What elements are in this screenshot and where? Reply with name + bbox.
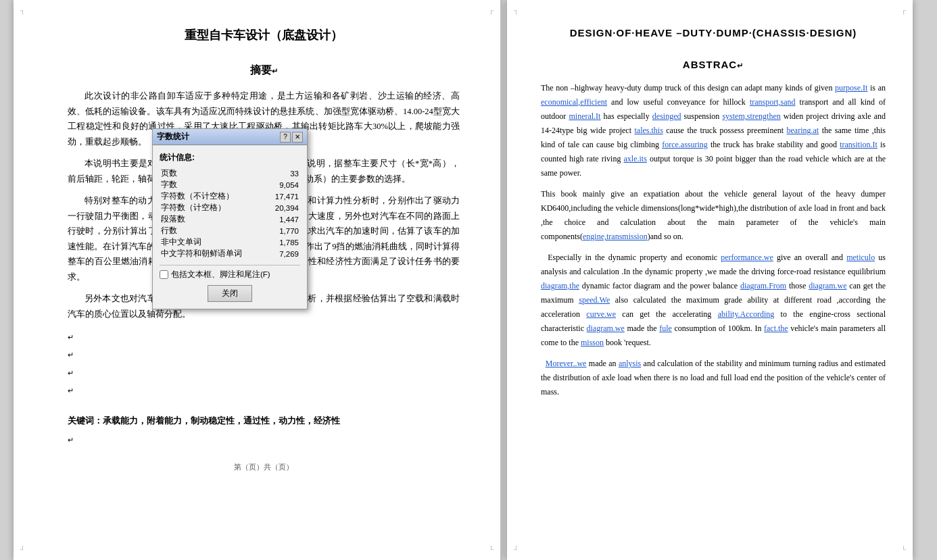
blank-after-keywords: ↵ xyxy=(68,431,460,449)
link-meticulo: meticulo xyxy=(846,253,875,262)
stats-label: 行数 xyxy=(160,225,266,236)
include-footnotes-label: 包括文本框、脚注和尾注(F) xyxy=(171,270,270,280)
link-economical: economical,efficient xyxy=(541,97,607,107)
dialog-titlebar: 字数统计 ? ✕ xyxy=(153,129,307,145)
link-curve-we: curve.we xyxy=(586,309,616,319)
stats-value: 20,394 xyxy=(266,202,300,213)
stats-label: 页数 xyxy=(160,168,266,179)
link-anlysis: anlysis xyxy=(619,359,641,368)
link-force-assuring: force.assuring xyxy=(662,140,708,149)
link-axle-its: axle.its xyxy=(624,154,647,163)
stats-value: 33 xyxy=(266,168,300,179)
corner-mark-bl: ┘ xyxy=(20,546,25,553)
dialog-help-button[interactable]: ? xyxy=(280,132,291,143)
zh-section-title: 摘要↵ xyxy=(68,63,460,78)
link-ability-according: ability.According xyxy=(718,309,775,319)
stats-row: 字符数（计空格）20,394 xyxy=(160,202,300,213)
link-diagram-we2: diagram.we xyxy=(587,324,625,333)
stats-value: 1,785 xyxy=(266,236,300,248)
link-diagram-the: diagram,the xyxy=(541,281,579,290)
stats-label: 字数 xyxy=(160,179,266,190)
include-footnotes-checkbox[interactable] xyxy=(160,270,168,279)
page-divider xyxy=(500,0,502,560)
stats-value: 7,269 xyxy=(266,248,300,259)
stats-value: 1,770 xyxy=(266,225,300,236)
stats-label: 字符数（不计空格） xyxy=(160,190,266,202)
stats-label: 非中文单词 xyxy=(160,236,266,248)
corner-mark-tl: ┐ xyxy=(20,7,25,14)
stats-label: 段落数 xyxy=(160,213,266,225)
corner-mark-br: └ xyxy=(489,546,494,553)
link-morever: Morever..we xyxy=(546,359,587,368)
link-performance-we: performance.we xyxy=(721,253,773,262)
link-speed-we: speed.We xyxy=(579,295,610,305)
dialog-close-button[interactable]: 关闭 xyxy=(208,285,252,302)
right-page: ┐ ┌ ┘ └ DESIGN·OF·HEAVE –DUTY·DUMP·(CHAS… xyxy=(507,0,913,560)
stats-label: 字符数（计空格） xyxy=(160,202,266,213)
en-paragraph-4: Morever..we made an anlysis and calculat… xyxy=(541,357,886,399)
link-bearing-at: bearing.at xyxy=(787,126,819,135)
page-footer-zh: 第（页）共（页） xyxy=(68,462,460,472)
link-fule: fule xyxy=(659,324,672,333)
blank-lines: ↵ ↵ ↵ ↵ xyxy=(68,328,460,400)
dialog-close-window-button[interactable]: ✕ xyxy=(292,132,303,143)
dialog-section-label: 统计信息: xyxy=(160,152,300,163)
en-paragraph-3: Especially in the dynamic property and e… xyxy=(541,251,886,350)
page-container: ┐ ┌ ┘ └ 重型自卡车设计（底盘设计） 摘要↵ 此次设计的非公路自卸车适应于… xyxy=(0,0,937,560)
corner-mark-bl-r: ┘ xyxy=(514,546,519,553)
dialog-content: 统计信息: 页数33字数9,054字符数（不计空格）17,471字符数（计空格）… xyxy=(153,145,307,309)
stats-value: 9,054 xyxy=(266,179,300,190)
en-page-title: DESIGN·OF·HEAVE –DUTY·DUMP·(CHASSIS·DESI… xyxy=(541,27,886,39)
keywords-line: 关键词：承载能力，附着能力，制动稳定性，通过性，动力性，经济性 xyxy=(68,413,460,429)
close-btn-row: 关闭 xyxy=(160,285,300,302)
stats-label: 中文字符和朝鲜语单词 xyxy=(160,248,266,259)
link-diagram-we: diagram.we xyxy=(809,281,846,290)
checkbox-row: 包括文本框、脚注和尾注(F) xyxy=(160,270,300,280)
stats-value: 1,447 xyxy=(266,213,300,225)
link-fact-the: fact.the xyxy=(764,324,788,333)
en-paragraph-2: This book mainly give an expatiation abo… xyxy=(541,187,886,244)
link-system-strengthen: system,strengthen xyxy=(722,111,780,121)
stats-row: 字符数（不计空格）17,471 xyxy=(160,190,300,202)
zh-page-title: 重型自卡车设计（底盘设计） xyxy=(68,27,460,43)
stats-row: 中文字符和朝鲜语单词7,269 xyxy=(160,248,300,259)
link-desinged: desinged xyxy=(652,111,681,121)
stats-value: 17,471 xyxy=(266,190,300,202)
en-section-title: ABSTRAC↵ xyxy=(541,59,886,70)
link-tales-this: tales.this xyxy=(634,126,663,135)
stats-row: 非中文单词1,785 xyxy=(160,236,300,248)
stats-table: 页数33字数9,054字符数（不计空格）17,471字符数（计空格）20,394… xyxy=(160,168,300,259)
link-engine-transmission: engine,transmission xyxy=(583,232,648,241)
link-misson: misson xyxy=(581,338,604,347)
corner-mark-br-r: └ xyxy=(901,546,906,553)
stats-row: 字数9,054 xyxy=(160,179,300,190)
stats-row: 页数33 xyxy=(160,168,300,179)
link-transition-it: transition.It xyxy=(840,140,878,149)
link-transport-sand: transport,sand xyxy=(750,97,796,107)
corner-mark-tr-r: ┌ xyxy=(901,7,906,14)
word-count-dialog: 字数统计 ? ✕ 统计信息: 页数33字数9,054字符数（不计空格）17,47… xyxy=(152,128,308,309)
link-diagram-from: diagram.From xyxy=(740,281,786,290)
en-paragraph-1: The non –highway heavy-duty dump truck o… xyxy=(541,81,886,180)
link-purpose: purpose.It xyxy=(835,83,867,93)
dialog-title: 字数统计 xyxy=(157,131,189,143)
corner-mark-tr: ┌ xyxy=(489,7,494,14)
dialog-controls: ? ✕ xyxy=(280,132,303,143)
corner-mark-tl-r: ┐ xyxy=(514,7,519,14)
stats-row: 行数1,770 xyxy=(160,225,300,236)
dialog-separator xyxy=(160,265,300,265)
stats-row: 段落数1,447 xyxy=(160,213,300,225)
link-mineral: mineral.It xyxy=(569,111,600,121)
